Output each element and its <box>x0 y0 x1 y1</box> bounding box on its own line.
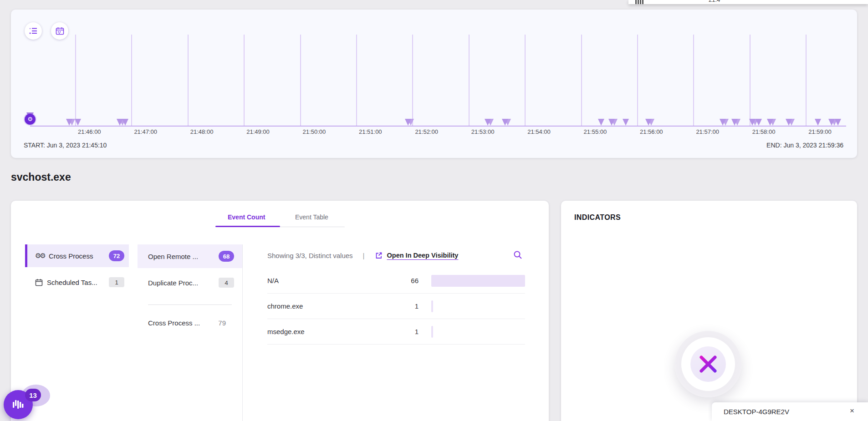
value-bar <box>431 275 525 287</box>
timeline-panel: 21:46:0021:47:0021:48:0021:49:0021:50:00… <box>11 10 857 158</box>
sentinel-bars-icon <box>11 398 25 411</box>
timeline-gridline <box>300 35 301 126</box>
open-in-deep-visibility-link[interactable]: Open In Deep Visibility <box>387 252 459 259</box>
timeline-baseline <box>30 126 846 127</box>
event-marker-icon[interactable] <box>505 119 511 126</box>
values-header: Showing 3/3, Distinct values | Open In D… <box>267 248 534 263</box>
timeline-gridline <box>637 35 638 126</box>
event-marker-icon[interactable] <box>734 119 740 126</box>
active-tab-underline <box>215 226 280 227</box>
subtype-duplicate-process[interactable]: Duplicate Proc... 4 <box>138 271 242 294</box>
timeline-gridline <box>412 35 413 126</box>
mini-bar-chart-icon <box>635 0 645 4</box>
events-tabs: Event Count Event Table <box>11 212 549 228</box>
value-bar-track <box>431 275 525 287</box>
timeline-gridline <box>188 35 189 126</box>
category-cross-process[interactable]: ⚙⚙ Cross Process 72 <box>25 244 129 267</box>
tab-event-count[interactable]: Event Count <box>228 213 265 221</box>
timeline-tick-label: 21:54:00 <box>527 128 551 135</box>
value-count: 66 <box>393 277 419 284</box>
gears-icon: ⚙⚙ <box>35 252 45 260</box>
indicators-empty-state <box>675 331 741 397</box>
event-marker-icon[interactable] <box>69 119 75 126</box>
subtype-count-badge: 68 <box>219 251 234 262</box>
timeline-tick-label: 21:46:00 <box>78 128 101 135</box>
timeline-gridline <box>581 35 582 126</box>
subtype-total-count: 79 <box>218 319 226 327</box>
indicators-panel: INDICATORS <box>561 201 857 421</box>
timeline-tick-label: 21:58:00 <box>752 128 776 135</box>
value-bar <box>431 300 433 312</box>
value-bar-track <box>431 300 525 312</box>
timeline-gridline <box>469 35 470 126</box>
events-panel: Event Count Event Table ⚙⚙ Cross Process… <box>11 201 549 421</box>
empty-state-circle <box>690 346 726 382</box>
close-icon[interactable]: × <box>850 406 854 416</box>
event-marker-icon[interactable] <box>487 119 494 126</box>
distinct-value-row[interactable]: N/A66 <box>267 268 525 294</box>
event-marker-icon[interactable] <box>788 119 795 126</box>
page-title: svchost.exe <box>11 171 71 183</box>
timeline-end-label: END: Jun 3, 2023 21:59:36 <box>766 142 843 149</box>
timeline-list-view-button[interactable] <box>25 22 42 40</box>
event-marker-icon[interactable] <box>835 119 841 126</box>
category-count-badge: 1 <box>109 277 124 287</box>
event-marker-icon[interactable] <box>770 119 776 126</box>
timeline-gridline <box>806 35 807 126</box>
subtype-total-row[interactable]: Cross Process ... 79 <box>138 316 242 330</box>
timeline-gridline <box>693 35 694 126</box>
timeline-tick-label: 21:56:00 <box>640 128 663 135</box>
timeline-range-row: START: Jun 3, 2023 21:45:10 END: Jun 3, … <box>24 142 843 149</box>
timeline-gridline <box>750 35 751 126</box>
subtype-label: Duplicate Proc... <box>148 279 219 287</box>
subtype-label: Open Remote ... <box>148 253 219 260</box>
value-count: 1 <box>393 302 419 310</box>
subtype-open-remote[interactable]: Open Remote ... 68 <box>138 244 242 268</box>
agent-name-label: DESKTOP-4G9RE2V <box>724 408 789 416</box>
timeline-tick-label: 21:47:00 <box>134 128 157 135</box>
value-label: msedge.exe <box>267 328 393 335</box>
timeline-tick-label: 21:51:00 <box>359 128 382 135</box>
external-link-icon[interactable] <box>375 252 383 259</box>
empty-state-ring <box>681 337 735 391</box>
distinct-value-row[interactable]: chrome.exe1 <box>267 294 525 319</box>
timeline-tick-label: 21:48:00 <box>190 128 214 135</box>
event-marker-icon[interactable] <box>756 119 762 126</box>
clipped-time-text: 21:4 <box>709 0 720 3</box>
no-indicators-x-icon <box>698 354 719 375</box>
subtype-total-label: Cross Process ... <box>148 319 218 327</box>
event-marker-icon[interactable] <box>122 119 128 126</box>
event-marker-icon[interactable] <box>815 119 821 126</box>
value-bar <box>431 326 433 338</box>
header-separator: | <box>363 252 365 259</box>
showing-count-label: Showing 3/3, Distinct values <box>267 252 353 259</box>
event-marker-icon[interactable] <box>611 119 618 126</box>
event-marker-icon[interactable] <box>722 119 729 126</box>
event-marker-icon[interactable] <box>75 119 81 126</box>
category-scheduled-task[interactable]: Scheduled Tas... 1 <box>25 271 129 294</box>
event-marker-icon[interactable] <box>623 119 629 126</box>
timeline-calendar-view-button[interactable] <box>51 22 68 40</box>
timeline-gridline <box>244 35 245 126</box>
notification-count-badge[interactable]: 13 <box>25 389 41 401</box>
distinct-value-row[interactable]: msedge.exe1 <box>267 319 525 345</box>
timeline-tick-label: 21:52:00 <box>415 128 438 135</box>
timeline-gridline <box>356 35 357 126</box>
event-marker-icon[interactable] <box>598 119 604 126</box>
timeline-process-gear-badge[interactable]: ⚙ <box>25 114 36 125</box>
event-marker-icon[interactable] <box>648 119 654 126</box>
inactive-tab-underline <box>280 227 345 227</box>
category-label: Scheduled Tas... <box>47 279 109 286</box>
value-count: 1 <box>393 328 419 335</box>
timeline-gridline <box>131 35 132 126</box>
timeline-gridline <box>525 35 526 126</box>
tab-event-table[interactable]: Event Table <box>295 213 328 221</box>
search-icon[interactable] <box>513 250 523 262</box>
event-marker-icon[interactable] <box>408 119 414 126</box>
event-subtype-list: Open Remote ... 68 Duplicate Proc... 4 C… <box>138 244 243 421</box>
timeline-tick-label: 21:49:00 <box>246 128 270 135</box>
distinct-values-table: N/A66chrome.exe1msedge.exe1 <box>267 268 525 345</box>
value-label: N/A <box>267 277 393 284</box>
timeline-tick-label: 21:57:00 <box>696 128 719 135</box>
calendar-icon <box>56 27 64 35</box>
